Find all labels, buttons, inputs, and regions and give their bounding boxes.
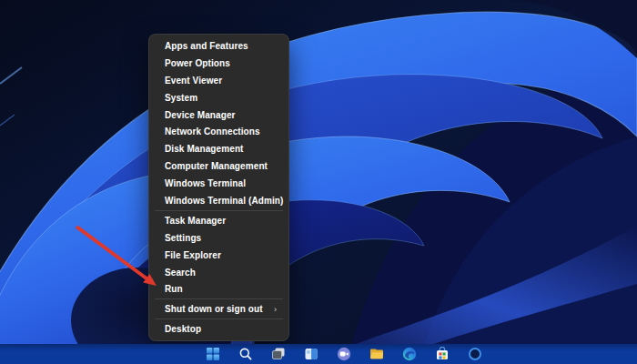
menu-item-computer-management[interactable]: Computer Management bbox=[149, 157, 288, 175]
desktop: Apps and Features Power Options Event Vi… bbox=[0, 0, 637, 364]
menu-item-disk-management[interactable]: Disk Management bbox=[149, 140, 288, 157]
edge-icon[interactable] bbox=[402, 347, 417, 361]
file-explorer-icon[interactable] bbox=[369, 347, 384, 361]
taskbar bbox=[0, 344, 637, 364]
ring-app-icon[interactable] bbox=[468, 347, 482, 361]
winx-context-menu: Apps and Features Power Options Event Vi… bbox=[148, 34, 289, 341]
menu-separator bbox=[155, 210, 283, 211]
menu-item-windows-terminal[interactable]: Windows Terminal bbox=[149, 175, 288, 192]
menu-item-power-options[interactable]: Power Options bbox=[149, 55, 288, 72]
menu-item-shut-down-or-sign-out[interactable]: Shut down or sign out › bbox=[149, 300, 288, 318]
menu-separator bbox=[155, 318, 283, 319]
store-icon[interactable] bbox=[435, 347, 450, 361]
menu-item-network-connections[interactable]: Network Connections bbox=[149, 123, 288, 140]
chat-icon[interactable] bbox=[337, 347, 351, 361]
menu-item-apps-and-features[interactable]: Apps and Features bbox=[149, 37, 288, 55]
menu-item-search[interactable]: Search bbox=[149, 264, 288, 281]
menu-item-system[interactable]: System bbox=[149, 89, 288, 106]
menu-item-event-viewer[interactable]: Event Viewer bbox=[149, 72, 288, 89]
menu-item-file-explorer[interactable]: File Explorer bbox=[149, 247, 288, 264]
menu-item-windows-terminal-admin[interactable]: Windows Terminal (Admin) bbox=[149, 192, 288, 209]
submenu-chevron-icon: › bbox=[274, 305, 277, 314]
menu-separator bbox=[155, 298, 283, 299]
menu-item-desktop[interactable]: Desktop bbox=[149, 320, 288, 338]
start-icon[interactable] bbox=[206, 347, 220, 361]
menu-item-device-manager[interactable]: Device Manager bbox=[149, 106, 288, 124]
menu-item-run[interactable]: Run bbox=[149, 280, 288, 298]
taskbar-icons bbox=[206, 347, 482, 361]
task-view-icon[interactable] bbox=[271, 347, 286, 361]
wallpaper-bloom bbox=[0, 0, 637, 364]
menu-item-task-manager[interactable]: Task Manager bbox=[149, 212, 288, 229]
widgets-icon[interactable] bbox=[304, 347, 318, 361]
search-icon[interactable] bbox=[238, 347, 253, 361]
menu-item-settings[interactable]: Settings bbox=[149, 229, 288, 247]
menu-item-label: Shut down or sign out bbox=[165, 304, 263, 314]
